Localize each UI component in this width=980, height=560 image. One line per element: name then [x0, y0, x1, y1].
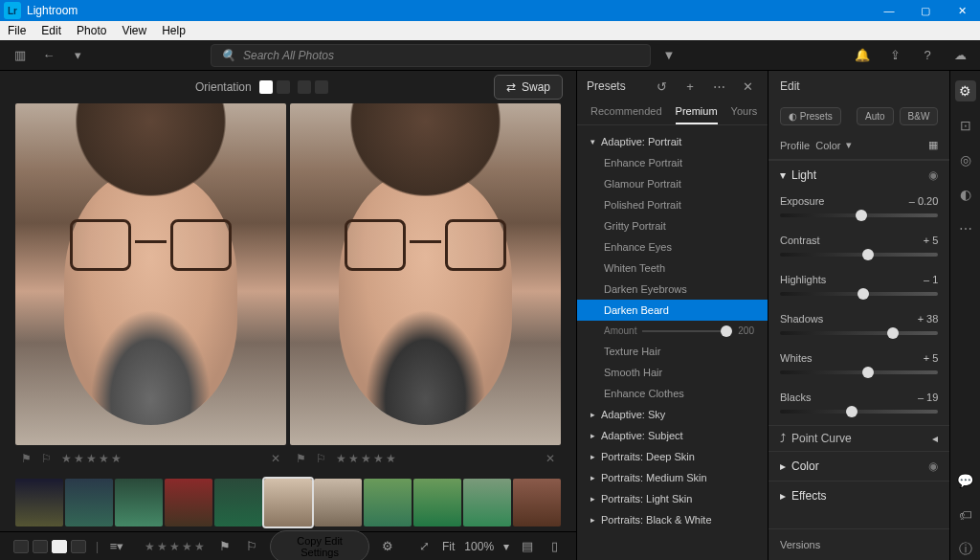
preset-item[interactable]: Whiten Teeth: [577, 258, 768, 279]
more-tool-icon[interactable]: ⋯: [955, 218, 976, 239]
maximize-button[interactable]: ▢: [907, 0, 944, 21]
comment-icon[interactable]: 💬: [955, 470, 976, 491]
orientation-alt-2[interactable]: [315, 80, 328, 94]
eye-icon[interactable]: ◉: [928, 459, 938, 473]
notifications-icon[interactable]: 🔔: [852, 45, 873, 66]
viewmode-compare-icon[interactable]: [52, 540, 67, 553]
filmstrip-toggle-icon[interactable]: ▤: [519, 536, 536, 557]
filmstrip-thumb[interactable]: [364, 479, 412, 526]
heal-tool-icon[interactable]: ◎: [955, 149, 976, 170]
viewmode-detail-icon[interactable]: [71, 540, 86, 553]
edit-bw-button[interactable]: B&W: [900, 107, 939, 125]
gear-icon[interactable]: ⚙: [379, 536, 396, 557]
flag-icon[interactable]: ⚑: [296, 452, 306, 465]
preset-item[interactable]: Darken Eyebrows: [577, 279, 768, 300]
menu-photo[interactable]: Photo: [69, 22, 114, 39]
filmstrip-thumb[interactable]: [214, 479, 262, 526]
back-dropdown-icon[interactable]: ▾: [67, 45, 88, 66]
zoom-dropdown-icon[interactable]: ▾: [503, 540, 509, 553]
crop-tool-icon[interactable]: ⊡: [955, 115, 976, 136]
slider-blacks[interactable]: Blacks– 19: [768, 386, 949, 425]
preset-item[interactable]: Texture Hair: [577, 341, 768, 362]
preset-group[interactable]: ▸Adaptive: Subject: [577, 425, 768, 446]
reject-icon[interactable]: ⚐: [316, 452, 326, 465]
cloud-sync-icon[interactable]: ☁: [949, 45, 970, 66]
edit-auto-button[interactable]: Auto: [857, 107, 894, 125]
viewmode-grid-icon[interactable]: [13, 540, 29, 553]
preset-item[interactable]: Gritty Portrait: [577, 215, 768, 236]
preset-item-selected[interactable]: Darken Beard: [577, 300, 768, 321]
preset-group[interactable]: ▸Portraits: Medium Skin: [577, 467, 768, 488]
presets-close-icon[interactable]: ✕: [737, 76, 758, 97]
share-icon[interactable]: ⇪: [884, 45, 905, 66]
preset-group[interactable]: ▸Portraits: Black & White: [577, 509, 768, 530]
help-icon[interactable]: ?: [917, 45, 938, 66]
filmstrip-thumb[interactable]: [165, 479, 212, 526]
rating-bar[interactable]: ★★★★★: [145, 540, 207, 553]
preset-item[interactable]: Enhance Portrait: [577, 152, 768, 173]
slider-whites[interactable]: Whites+ 5: [768, 347, 949, 386]
orientation-side-by-side[interactable]: [259, 80, 273, 94]
preset-item[interactable]: Enhance Eyes: [577, 236, 768, 258]
reject-icon[interactable]: ⚐: [41, 452, 52, 465]
section-color[interactable]: ▸Color◉: [768, 451, 949, 481]
filmstrip-thumb-selected[interactable]: [264, 479, 312, 526]
minimize-button[interactable]: —: [871, 0, 907, 21]
preset-group-adaptive-portrait[interactable]: ▾Adaptive: Portrait: [577, 131, 768, 152]
menu-view[interactable]: View: [114, 22, 154, 39]
slider-contrast[interactable]: Contrast+ 5: [768, 229, 949, 268]
point-curve-label[interactable]: Point Curve: [791, 432, 852, 445]
copy-edit-settings-button[interactable]: Copy Edit Settings: [270, 530, 369, 561]
versions-button[interactable]: Versions: [768, 528, 949, 560]
preset-item[interactable]: Glamour Portrait: [577, 173, 768, 194]
rating-stars-right[interactable]: ★★★★★: [336, 452, 398, 465]
orientation-alt-1[interactable]: [298, 80, 311, 94]
filmstrip-thumb[interactable]: [314, 479, 362, 526]
back-arrow-icon[interactable]: ←: [38, 45, 59, 66]
orientation-stacked[interactable]: [277, 80, 290, 94]
mask-tool-icon[interactable]: ◐: [955, 184, 976, 205]
unflag-bottom-icon[interactable]: ⚐: [243, 536, 260, 557]
profile-value[interactable]: Color: [815, 140, 840, 151]
edit-presets-button[interactable]: ◐ Presets: [780, 107, 841, 125]
info-overlay-icon[interactable]: ▯: [546, 536, 563, 557]
profile-dropdown-icon[interactable]: ▾: [846, 139, 852, 151]
menu-help[interactable]: Help: [154, 22, 193, 39]
filmstrip-thumb[interactable]: [115, 479, 163, 526]
preset-item[interactable]: Smooth Hair: [577, 362, 768, 383]
remove-right-icon[interactable]: ✕: [546, 452, 555, 465]
preset-group[interactable]: ▸Portraits: Deep Skin: [577, 446, 768, 467]
rating-stars-left[interactable]: ★★★★★: [61, 452, 123, 465]
info-icon[interactable]: ⓘ: [955, 539, 976, 560]
presets-more-icon[interactable]: ⋯: [708, 76, 729, 97]
preset-item[interactable]: Polished Portrait: [577, 194, 768, 215]
tag-icon[interactable]: 🏷: [955, 504, 976, 526]
presets-reset-icon[interactable]: ↺: [651, 76, 672, 97]
section-light[interactable]: ▾Light◉: [768, 160, 949, 190]
slider-exposure[interactable]: Exposure– 0.20: [768, 190, 949, 229]
section-effects[interactable]: ▸Effects: [768, 481, 949, 510]
menu-file[interactable]: File: [0, 22, 33, 39]
presets-tab-recommended[interactable]: Recommended: [590, 105, 662, 124]
filmstrip-thumb[interactable]: [463, 479, 511, 526]
swap-button[interactable]: ⇄ Swap: [494, 75, 563, 100]
compare-right-photo[interactable]: [290, 103, 561, 445]
presets-tab-premium[interactable]: Premium: [676, 105, 718, 124]
filmstrip[interactable]: [0, 474, 576, 531]
close-button[interactable]: ✕: [944, 0, 980, 21]
preset-group[interactable]: ▸Adaptive: Sky: [577, 404, 768, 425]
compare-left-photo[interactable]: [15, 103, 286, 445]
preset-group[interactable]: ▸Portraits: Light Skin: [577, 488, 768, 509]
sort-icon[interactable]: ≡▾: [108, 536, 125, 557]
fit-label[interactable]: Fit: [442, 540, 455, 553]
viewmode-square-icon[interactable]: [33, 540, 48, 553]
panel-toggle-icon[interactable]: ▥: [10, 45, 31, 66]
filmstrip-thumb[interactable]: [15, 479, 63, 526]
remove-left-icon[interactable]: ✕: [271, 452, 280, 465]
filmstrip-thumb[interactable]: [513, 479, 561, 526]
profile-browser-icon[interactable]: ▦: [928, 139, 938, 151]
preset-amount-slider[interactable]: Amount 200: [577, 321, 768, 341]
zoom-label[interactable]: 100%: [464, 540, 494, 553]
flag-icon[interactable]: ⚑: [21, 452, 32, 465]
slider-shadows[interactable]: Shadows+ 38: [768, 307, 949, 347]
